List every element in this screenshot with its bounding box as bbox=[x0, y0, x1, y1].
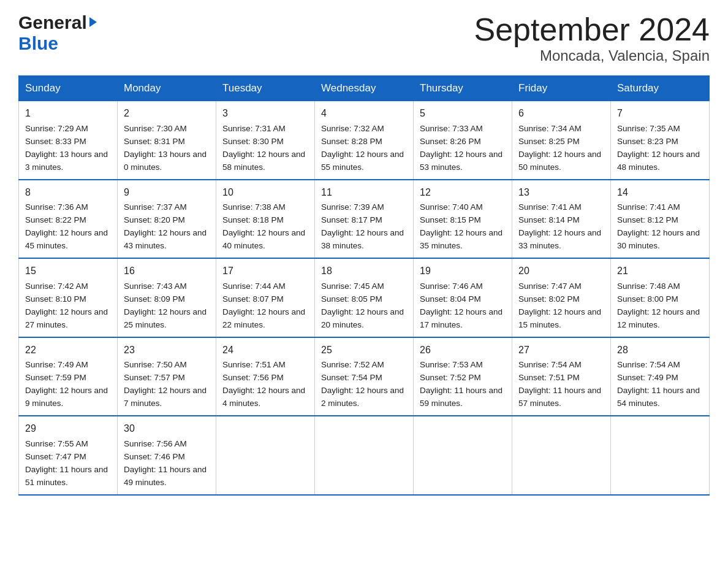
sunset-text: Sunset: 8:05 PM bbox=[321, 294, 382, 304]
day-number: 29 bbox=[25, 421, 111, 437]
day-cell-8: 8Sunrise: 7:36 AMSunset: 8:22 PMDaylight… bbox=[19, 180, 118, 258]
week-row-3: 15Sunrise: 7:42 AMSunset: 8:10 PMDayligh… bbox=[19, 258, 710, 337]
day-cell-6: 6Sunrise: 7:34 AMSunset: 8:25 PMDaylight… bbox=[512, 101, 611, 180]
sunrise-text: Sunrise: 7:29 AM bbox=[25, 124, 88, 133]
header-row: SundayMondayTuesdayWednesdayThursdayFrid… bbox=[19, 76, 710, 101]
day-cell-17: 17Sunrise: 7:44 AMSunset: 8:07 PMDayligh… bbox=[216, 258, 315, 337]
day-header-monday: Monday bbox=[118, 76, 216, 101]
page-title: September 2024 bbox=[474, 12, 710, 47]
day-number: 4 bbox=[321, 106, 407, 121]
sunrise-text: Sunrise: 7:30 AM bbox=[124, 124, 187, 133]
sunset-text: Sunset: 8:12 PM bbox=[617, 215, 678, 224]
daylight-text: Daylight: 12 hours and 25 minutes. bbox=[124, 307, 207, 329]
day-cell-24: 24Sunrise: 7:51 AMSunset: 7:56 PMDayligh… bbox=[216, 337, 315, 416]
day-cell-2: 2Sunrise: 7:30 AMSunset: 8:31 PMDaylight… bbox=[118, 101, 216, 180]
day-number: 19 bbox=[420, 264, 506, 279]
week-row-4: 22Sunrise: 7:49 AMSunset: 7:59 PMDayligh… bbox=[19, 337, 710, 416]
sunrise-text: Sunrise: 7:38 AM bbox=[222, 202, 286, 212]
day-header-saturday: Saturday bbox=[611, 76, 710, 101]
daylight-text: Daylight: 12 hours and 22 minutes. bbox=[222, 307, 305, 329]
day-cell-20: 20Sunrise: 7:47 AMSunset: 8:02 PMDayligh… bbox=[512, 258, 611, 337]
day-number: 7 bbox=[617, 106, 703, 121]
logo: General Blue bbox=[18, 12, 97, 54]
daylight-text: Daylight: 12 hours and 55 minutes. bbox=[321, 150, 404, 172]
sunset-text: Sunset: 8:23 PM bbox=[617, 137, 678, 146]
day-cell-12: 12Sunrise: 7:40 AMSunset: 8:15 PMDayligh… bbox=[414, 180, 512, 258]
sunrise-text: Sunrise: 7:50 AM bbox=[124, 360, 187, 369]
sunset-text: Sunset: 7:54 PM bbox=[321, 373, 382, 382]
day-cell-11: 11Sunrise: 7:39 AMSunset: 8:17 PMDayligh… bbox=[315, 180, 414, 258]
day-cell-4: 4Sunrise: 7:32 AMSunset: 8:28 PMDaylight… bbox=[315, 101, 414, 180]
daylight-text: Daylight: 12 hours and 17 minutes. bbox=[420, 307, 502, 329]
sunrise-text: Sunrise: 7:54 AM bbox=[518, 360, 582, 369]
sunset-text: Sunset: 8:04 PM bbox=[420, 294, 481, 304]
sunset-text: Sunset: 8:02 PM bbox=[518, 294, 580, 304]
daylight-text: Daylight: 12 hours and 33 minutes. bbox=[518, 228, 601, 250]
logo-arrow-icon bbox=[89, 17, 97, 27]
day-cell-23: 23Sunrise: 7:50 AMSunset: 7:57 PMDayligh… bbox=[118, 337, 216, 416]
day-cell-25: 25Sunrise: 7:52 AMSunset: 7:54 PMDayligh… bbox=[315, 337, 414, 416]
day-cell-7: 7Sunrise: 7:35 AMSunset: 8:23 PMDaylight… bbox=[611, 101, 710, 180]
day-header-wednesday: Wednesday bbox=[315, 76, 414, 101]
day-number: 12 bbox=[420, 185, 506, 201]
daylight-text: Daylight: 12 hours and 15 minutes. bbox=[518, 307, 601, 329]
sunset-text: Sunset: 7:52 PM bbox=[420, 373, 481, 382]
logo-blue-text: Blue bbox=[18, 33, 58, 54]
daylight-text: Daylight: 12 hours and 45 minutes. bbox=[25, 228, 108, 250]
daylight-text: Daylight: 12 hours and 53 minutes. bbox=[420, 150, 502, 172]
sunrise-text: Sunrise: 7:31 AM bbox=[222, 124, 286, 133]
sunset-text: Sunset: 8:31 PM bbox=[124, 137, 185, 146]
day-cell-10: 10Sunrise: 7:38 AMSunset: 8:18 PMDayligh… bbox=[216, 180, 315, 258]
calendar-body: 1Sunrise: 7:29 AMSunset: 8:33 PMDaylight… bbox=[19, 101, 710, 495]
day-number: 23 bbox=[124, 343, 210, 358]
day-cell-9: 9Sunrise: 7:37 AMSunset: 8:20 PMDaylight… bbox=[118, 180, 216, 258]
sunrise-text: Sunrise: 7:53 AM bbox=[420, 360, 483, 369]
sunrise-text: Sunrise: 7:36 AM bbox=[25, 202, 88, 212]
daylight-text: Daylight: 12 hours and 50 minutes. bbox=[518, 150, 601, 172]
day-cell-13: 13Sunrise: 7:41 AMSunset: 8:14 PMDayligh… bbox=[512, 180, 611, 258]
daylight-text: Daylight: 12 hours and 20 minutes. bbox=[321, 307, 404, 329]
day-number: 13 bbox=[518, 185, 604, 201]
day-number: 5 bbox=[420, 106, 506, 121]
empty-cell bbox=[414, 416, 512, 494]
calendar-table: SundayMondayTuesdayWednesdayThursdayFrid… bbox=[18, 75, 710, 495]
sunrise-text: Sunrise: 7:48 AM bbox=[617, 282, 680, 291]
sunrise-text: Sunrise: 7:42 AM bbox=[25, 282, 88, 291]
day-number: 17 bbox=[222, 264, 308, 279]
sunset-text: Sunset: 8:20 PM bbox=[124, 215, 185, 224]
day-cell-18: 18Sunrise: 7:45 AMSunset: 8:05 PMDayligh… bbox=[315, 258, 414, 337]
day-cell-3: 3Sunrise: 7:31 AMSunset: 8:30 PMDaylight… bbox=[216, 101, 315, 180]
sunrise-text: Sunrise: 7:55 AM bbox=[25, 439, 88, 448]
day-cell-14: 14Sunrise: 7:41 AMSunset: 8:12 PMDayligh… bbox=[611, 180, 710, 258]
daylight-text: Daylight: 12 hours and 7 minutes. bbox=[124, 386, 207, 408]
day-number: 24 bbox=[222, 343, 308, 358]
sunset-text: Sunset: 8:15 PM bbox=[420, 215, 481, 224]
day-number: 11 bbox=[321, 185, 407, 201]
sunrise-text: Sunrise: 7:46 AM bbox=[420, 282, 483, 291]
daylight-text: Daylight: 13 hours and 3 minutes. bbox=[25, 150, 108, 172]
empty-cell bbox=[611, 416, 710, 494]
sunrise-text: Sunrise: 7:43 AM bbox=[124, 282, 187, 291]
daylight-text: Daylight: 12 hours and 48 minutes. bbox=[617, 150, 700, 172]
daylight-text: Daylight: 11 hours and 51 minutes. bbox=[25, 465, 108, 487]
sunset-text: Sunset: 8:07 PM bbox=[222, 294, 284, 304]
sunrise-text: Sunrise: 7:34 AM bbox=[518, 124, 582, 133]
logo-general-text: General bbox=[18, 12, 87, 33]
daylight-text: Daylight: 13 hours and 0 minutes. bbox=[124, 150, 207, 172]
day-cell-19: 19Sunrise: 7:46 AMSunset: 8:04 PMDayligh… bbox=[414, 258, 512, 337]
sunrise-text: Sunrise: 7:49 AM bbox=[25, 360, 88, 369]
day-number: 21 bbox=[617, 264, 703, 279]
title-block: September 2024 Moncada, Valencia, Spain bbox=[474, 12, 710, 64]
sunset-text: Sunset: 8:30 PM bbox=[222, 137, 284, 146]
day-number: 28 bbox=[617, 343, 703, 358]
sunrise-text: Sunrise: 7:52 AM bbox=[321, 360, 384, 369]
sunrise-text: Sunrise: 7:41 AM bbox=[617, 202, 680, 212]
sunrise-text: Sunrise: 7:35 AM bbox=[617, 124, 680, 133]
day-number: 26 bbox=[420, 343, 506, 358]
week-row-5: 29Sunrise: 7:55 AMSunset: 7:47 PMDayligh… bbox=[19, 416, 710, 494]
empty-cell bbox=[216, 416, 315, 494]
sunset-text: Sunset: 8:18 PM bbox=[222, 215, 284, 224]
sunrise-text: Sunrise: 7:39 AM bbox=[321, 202, 384, 212]
day-number: 1 bbox=[25, 106, 111, 121]
day-cell-27: 27Sunrise: 7:54 AMSunset: 7:51 PMDayligh… bbox=[512, 337, 611, 416]
